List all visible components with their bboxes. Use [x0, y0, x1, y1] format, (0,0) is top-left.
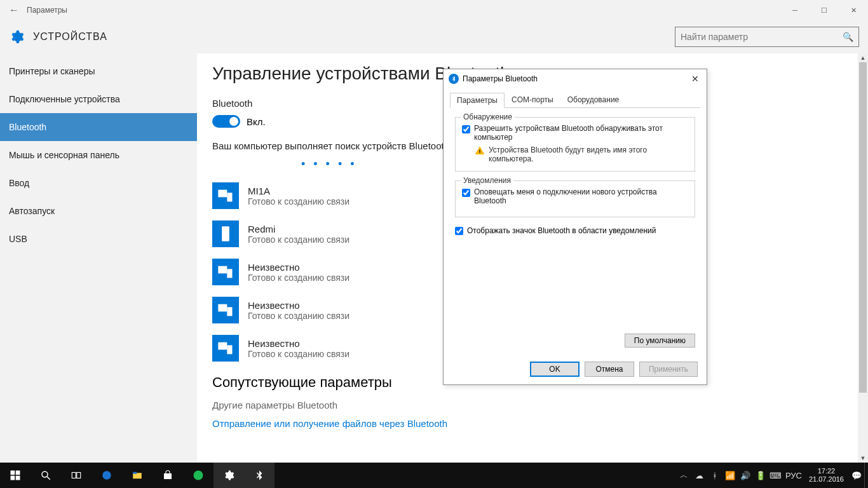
scroll-up-arrow[interactable]: ▲ — [858, 53, 868, 62]
dialog-tab-0[interactable]: Параметры — [450, 93, 505, 108]
device-name: Redmi — [248, 224, 349, 234]
related-link-send-receive[interactable]: Отправление или получение файлов через B… — [212, 418, 853, 429]
show-tray-icon-checkbox[interactable]: Отображать значок Bluetooth в области ув… — [455, 226, 695, 235]
task-view-icon[interactable] — [61, 463, 92, 488]
minimize-button[interactable]: ─ — [780, 0, 810, 20]
scroll-down-arrow[interactable]: ▼ — [858, 454, 868, 463]
discovery-warning: Устройства Bluetooth будут видеть имя эт… — [475, 146, 688, 163]
svg-line-14 — [47, 477, 50, 480]
notifications-groupbox: Уведомления Оповещать меня о подключении… — [455, 180, 695, 217]
device-name: Неизвестно — [248, 338, 349, 349]
sidebar-item-4[interactable]: Ввод — [0, 169, 197, 197]
sidebar-item-5[interactable]: Автозапуск — [0, 197, 197, 225]
svg-rect-0 — [218, 190, 227, 198]
page-title: УСТРОЙСТВА — [33, 31, 107, 43]
warning-text: Устройства Bluetooth будут видеть имя эт… — [489, 146, 688, 163]
tray-network-icon[interactable]: 📶 — [722, 471, 738, 480]
notify-new-device-checkbox[interactable]: Оповещать меня о подключении нового устр… — [462, 187, 688, 205]
warning-icon — [475, 146, 485, 156]
back-button[interactable]: ← — [5, 4, 23, 16]
toggle-state-label: Вкл. — [247, 116, 266, 127]
vertical-scrollbar[interactable]: ▲ ▼ — [858, 53, 868, 463]
svg-rect-9 — [11, 471, 15, 475]
sidebar: Принтеры и сканерыПодключенные устройств… — [0, 53, 197, 463]
svg-rect-4 — [227, 269, 232, 278]
tray-bluetooth-icon[interactable]: ᚼ — [707, 471, 722, 480]
svg-rect-6 — [227, 307, 232, 316]
apply-button[interactable]: Применить — [639, 362, 698, 377]
taskbar-explorer-icon[interactable] — [122, 463, 153, 488]
svg-rect-2 — [222, 226, 229, 241]
svg-rect-1 — [227, 193, 232, 201]
bluetooth-toggle[interactable]: Вкл. — [212, 115, 266, 128]
taskbar: ︿ ☁ ᚼ 📶 🔊 🔋 ⌨ РУС 17:22 21.07.2016 💬 — [0, 463, 868, 488]
svg-rect-8 — [227, 345, 232, 354]
device-status: Готово к созданию связи — [248, 196, 349, 207]
maximize-button[interactable]: ☐ — [810, 0, 839, 20]
cancel-button[interactable]: Отмена — [585, 362, 634, 377]
related-link-more-settings[interactable]: Другие параметры Bluetooth — [212, 400, 853, 410]
device-icon — [212, 335, 239, 362]
show-tray-icon-label: Отображать значок Bluetooth в области ув… — [467, 226, 656, 235]
clock-date: 21.07.2016 — [809, 475, 844, 484]
show-desktop-button[interactable] — [864, 463, 868, 488]
sidebar-item-2[interactable]: Bluetooth — [0, 113, 197, 141]
device-icon — [212, 259, 239, 285]
sidebar-item-1[interactable]: Подключенные устройства — [0, 85, 197, 113]
window-title: Параметры — [27, 6, 67, 15]
taskbar-search-icon[interactable] — [31, 463, 61, 488]
sidebar-item-0[interactable]: Принтеры и сканеры — [0, 57, 197, 85]
tray-clock[interactable]: 17:22 21.07.2016 — [804, 467, 849, 484]
dialog-title: Параметры Bluetooth — [463, 74, 538, 83]
device-status: Готово к созданию связи — [248, 311, 349, 321]
svg-rect-20 — [164, 473, 172, 479]
search-box[interactable]: 🔍 — [675, 27, 859, 47]
allow-discovery-checkbox[interactable]: Разрешить устройствам Bluetooth обнаружи… — [462, 124, 688, 142]
sidebar-item-6[interactable]: USB — [0, 225, 197, 253]
discovery-groupbox: Обнаружение Разрешить устройствам Blueto… — [455, 117, 695, 172]
window-titlebar: ← Параметры ─ ☐ ✕ — [0, 0, 868, 20]
dialog-tab-2[interactable]: Оборудование — [560, 92, 627, 107]
taskbar-bluetooth-icon[interactable] — [244, 463, 275, 488]
dialog-titlebar[interactable]: Параметры Bluetooth ✕ — [444, 69, 707, 88]
close-button[interactable]: ✕ — [839, 0, 868, 20]
device-name: Неизвестно — [248, 300, 349, 311]
svg-rect-12 — [16, 476, 20, 480]
tray-language[interactable]: РУС — [783, 471, 804, 480]
start-button[interactable] — [0, 463, 31, 488]
taskbar-edge-icon[interactable] — [92, 463, 122, 488]
taskbar-settings-icon[interactable] — [214, 463, 244, 488]
tray-battery-icon[interactable]: 🔋 — [753, 471, 768, 480]
search-input[interactable] — [681, 32, 843, 42]
tray-notifications-icon[interactable]: 💬 — [849, 471, 864, 480]
dialog-tab-1[interactable]: COM-порты — [505, 92, 560, 107]
gear-icon — [9, 29, 24, 44]
tray-volume-icon[interactable]: 🔊 — [738, 471, 753, 480]
allow-discovery-input[interactable] — [462, 125, 470, 133]
tray-chevron-icon[interactable]: ︿ — [677, 470, 692, 481]
discovery-group-label: Обнаружение — [461, 112, 515, 121]
device-icon — [212, 182, 239, 209]
notify-new-device-label: Оповещать меня о подключении нового устр… — [474, 187, 688, 205]
svg-rect-3 — [218, 266, 227, 274]
tray-keyboard-icon[interactable]: ⌨ — [768, 471, 783, 480]
taskbar-store-icon[interactable] — [153, 463, 183, 488]
restore-defaults-button[interactable]: По умолчанию — [625, 334, 695, 348]
system-tray: ︿ ☁ ᚼ 📶 🔊 🔋 ⌨ РУС 17:22 21.07.2016 💬 — [677, 463, 868, 488]
toggle-switch[interactable] — [212, 115, 240, 128]
device-name: Неизвестно — [248, 262, 349, 273]
svg-rect-16 — [77, 473, 81, 478]
tray-onedrive-icon[interactable]: ☁ — [692, 471, 707, 480]
svg-rect-15 — [72, 473, 76, 478]
notify-new-device-input[interactable] — [462, 189, 470, 197]
notifications-group-label: Уведомления — [461, 176, 513, 185]
taskbar-spotify-icon[interactable] — [183, 463, 214, 488]
ok-button[interactable]: OK — [530, 362, 580, 377]
svg-rect-5 — [218, 304, 227, 312]
show-tray-icon-input[interactable] — [455, 227, 463, 235]
scroll-thumb[interactable] — [859, 62, 867, 393]
svg-point-17 — [102, 471, 111, 480]
sidebar-item-3[interactable]: Мышь и сенсорная панель — [0, 141, 197, 169]
dialog-close-button[interactable]: ✕ — [689, 74, 702, 84]
device-status: Готово к созданию связи — [248, 234, 349, 245]
